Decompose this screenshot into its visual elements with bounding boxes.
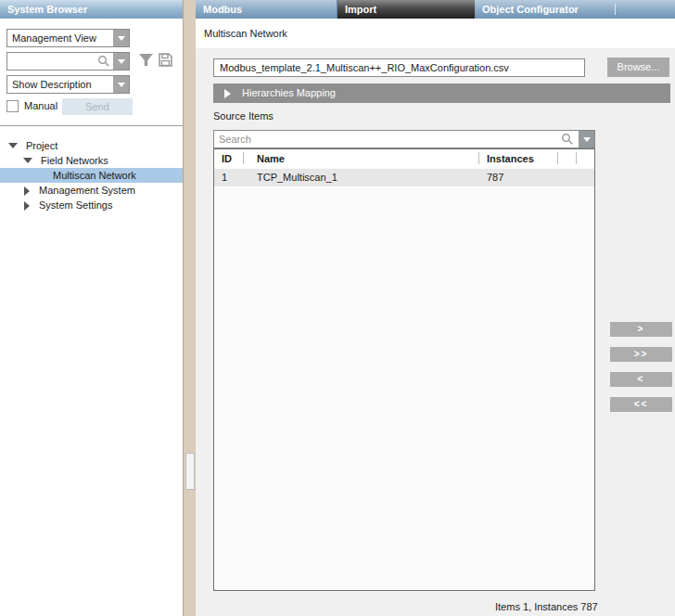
- hierarchies-mapping-label: Hierarchies Mapping: [242, 83, 336, 103]
- scrollbar-thumb[interactable]: [185, 453, 195, 490]
- chevron-down-icon[interactable]: [113, 76, 129, 93]
- import-panel: Modbus Import Object Configurator Multis…: [196, 0, 675, 616]
- search-options-chevron-icon[interactable]: [579, 131, 594, 148]
- status-bar-text: Items 1, Instances 787: [495, 601, 598, 612]
- source-search-field[interactable]: [213, 130, 595, 148]
- column-header-name[interactable]: Name: [244, 149, 478, 168]
- cell-instances: 787: [479, 169, 557, 186]
- cell-name: TCP_Multiscan_1: [244, 169, 478, 186]
- manual-checkbox-label: Manual: [24, 100, 57, 111]
- send-button[interactable]: Send: [62, 98, 133, 115]
- chevron-down-icon[interactable]: [113, 30, 129, 46]
- page-title: Multiscan Network: [204, 28, 287, 39]
- tab-bar: Modbus Import Object Configurator: [196, 0, 675, 19]
- tab-object-configurator[interactable]: Object Configurator: [475, 0, 615, 19]
- search-options-chevron-icon[interactable]: [113, 53, 129, 70]
- tab-import[interactable]: Import: [338, 0, 475, 19]
- collapse-arrow-icon[interactable]: [24, 186, 30, 196]
- view-selector-dropdown[interactable]: Management View: [6, 29, 130, 47]
- move-all-right-button[interactable]: >>: [610, 347, 672, 362]
- system-browser-panel: System Browser Management View Show Desc…: [0, 0, 183, 616]
- tab-modbus[interactable]: Modbus: [196, 0, 338, 19]
- move-left-button[interactable]: <: [610, 372, 672, 387]
- table-header-row: ID Name Instances: [214, 149, 594, 168]
- search-icon: [97, 55, 110, 70]
- description-selector-value: Show Description: [12, 79, 92, 90]
- expand-arrow-icon[interactable]: [8, 143, 18, 148]
- table-row[interactable]: 1 TCP_Multiscan_1 787: [214, 169, 594, 186]
- column-header-instances[interactable]: Instances: [479, 149, 557, 168]
- tree-item-project[interactable]: Project: [0, 138, 183, 153]
- description-selector-dropdown[interactable]: Show Description: [6, 75, 130, 94]
- cell-id: 1: [214, 169, 243, 186]
- column-header-id[interactable]: ID: [214, 149, 243, 168]
- save-icon[interactable]: [158, 52, 173, 70]
- source-items-label: Source Items: [213, 110, 274, 122]
- tab-bar-divider: [615, 4, 616, 15]
- tree-item-multiscan-network[interactable]: Multiscan Network: [0, 168, 183, 183]
- source-search-input[interactable]: [214, 131, 594, 148]
- column-header-spacer: [558, 149, 576, 168]
- source-items-table: ID Name Instances 1 TCP_Multiscan_1 787: [213, 148, 595, 591]
- vertical-scrollbar[interactable]: [183, 0, 196, 616]
- panel-separator: [0, 125, 183, 126]
- move-all-left-button[interactable]: <<: [610, 397, 672, 412]
- browser-search-field[interactable]: [6, 52, 130, 71]
- import-file-field[interactable]: [213, 58, 585, 77]
- collapse-arrow-icon[interactable]: [24, 201, 30, 211]
- tree-item-management-system[interactable]: Management System: [0, 183, 183, 198]
- view-selector-value: Management View: [12, 32, 96, 44]
- system-browser-header: System Browser: [0, 0, 183, 19]
- hierarchies-mapping-section[interactable]: Hierarchies Mapping: [213, 83, 670, 103]
- collapse-arrow-icon: [224, 89, 231, 98]
- move-right-button[interactable]: >: [610, 322, 672, 337]
- import-file-input[interactable]: [214, 59, 584, 76]
- manual-checkbox[interactable]: [6, 100, 19, 112]
- tree-item-system-settings[interactable]: System Settings: [0, 198, 183, 212]
- search-icon: [561, 133, 574, 148]
- column-divider[interactable]: [576, 152, 577, 164]
- browse-button[interactable]: Browse...: [607, 58, 669, 77]
- system-browser-tree: Project Field Networks Multiscan Network…: [0, 138, 183, 212]
- expand-arrow-icon[interactable]: [23, 158, 32, 163]
- tree-item-field-networks[interactable]: Field Networks: [0, 153, 183, 168]
- filter-icon[interactable]: [138, 53, 154, 70]
- browser-search-input[interactable]: [7, 53, 129, 70]
